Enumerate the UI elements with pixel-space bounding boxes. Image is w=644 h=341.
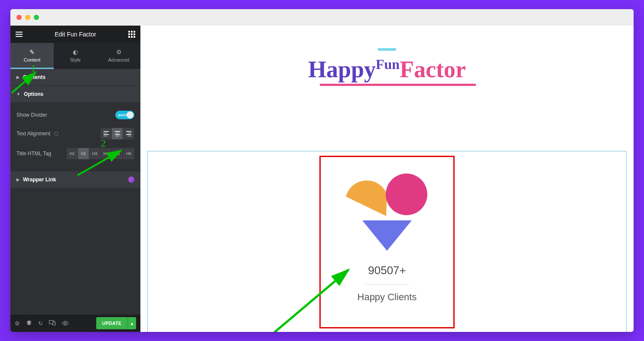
page-heading-wrap: HappyFunFactor xyxy=(147,56,627,86)
align-right-icon xyxy=(126,131,131,136)
update-button-label: UPDATE xyxy=(96,317,127,329)
widget-title: Happy Clients xyxy=(358,292,417,303)
heading-part2: Factor xyxy=(400,56,466,82)
settings-icon[interactable]: ⚙ xyxy=(15,320,20,327)
widget-number: 90507+ xyxy=(368,264,406,277)
tag-h2[interactable]: H2 xyxy=(78,148,89,159)
accordion-wrapper-link-label: Wrapper Link xyxy=(23,177,56,183)
tab-advanced-label: Advanced xyxy=(108,57,130,62)
tag-h4[interactable]: H4 xyxy=(101,148,112,159)
accordion-contents[interactable]: ▶ Contents xyxy=(10,69,140,86)
tab-style-label: Style xyxy=(70,57,81,62)
title-tag-group: H1 H2 H3 H4 H5 H6 xyxy=(67,148,134,159)
update-caret-icon[interactable]: ▲ xyxy=(127,317,136,329)
show-divider-row: Show Divider SHOW xyxy=(16,106,134,124)
heading-underline xyxy=(320,84,476,86)
responsive-mode-icon[interactable] xyxy=(49,320,56,327)
preview-icon[interactable] xyxy=(62,320,68,327)
svg-rect-1 xyxy=(53,322,55,325)
tag-h6[interactable]: H6 xyxy=(123,148,134,159)
annotation-number-2: 2 xyxy=(101,138,106,149)
tag-h3[interactable]: H3 xyxy=(89,148,101,159)
responsive-icon[interactable]: 🖵 xyxy=(54,131,59,136)
toggle-on-text: SHOW xyxy=(118,113,130,117)
editor-canvas[interactable]: HappyFunFactor 90507+ Happy Clients xyxy=(140,26,634,332)
accordion-options[interactable]: ▼ Options xyxy=(10,86,140,103)
show-divider-label: Show Divider xyxy=(16,112,47,118)
caret-right-icon: ▶ xyxy=(16,177,20,182)
accordion-contents-label: Contents xyxy=(23,74,46,80)
title-tag-label: Title HTML Tag xyxy=(16,151,51,157)
title-tag-row: Title HTML Tag H1 H2 H3 H4 H5 H6 xyxy=(16,144,134,164)
widget-divider xyxy=(365,284,409,285)
align-left-icon xyxy=(104,131,109,136)
align-center-icon xyxy=(115,131,120,136)
show-divider-toggle[interactable]: SHOW xyxy=(115,111,134,119)
panel-title: Edit Fun Factor xyxy=(55,31,96,38)
options-body: Show Divider SHOW Text Alignment 🖵 xyxy=(10,103,140,171)
pencil-icon: ✎ xyxy=(10,49,54,56)
close-window-icon[interactable] xyxy=(16,15,22,20)
minimize-window-icon[interactable] xyxy=(25,15,30,20)
brand-badge-icon xyxy=(128,177,134,183)
align-center-button[interactable] xyxy=(112,128,123,139)
decorative-accent xyxy=(378,48,396,51)
panel-scroll: ▶ Contents ▼ Options Show Divider SHOW xyxy=(10,69,140,315)
app-body: Edit Fun Factor ✎ Content ◐ Style ⚙ Adva… xyxy=(10,26,634,332)
widget-logo-icon xyxy=(344,173,430,255)
maximize-window-icon[interactable] xyxy=(34,15,39,20)
heading-part1: Happy xyxy=(308,56,376,82)
svg-point-2 xyxy=(65,322,66,324)
section-container[interactable]: 90507+ Happy Clients xyxy=(147,151,627,332)
widgets-grid-icon[interactable] xyxy=(128,31,135,38)
titlebar xyxy=(10,9,634,26)
page-heading: HappyFunFactor xyxy=(298,56,476,86)
fun-factor-widget[interactable]: 90507+ Happy Clients xyxy=(319,156,455,328)
contrast-icon: ◐ xyxy=(54,49,97,56)
editor-sidebar: Edit Fun Factor ✎ Content ◐ Style ⚙ Adva… xyxy=(10,26,140,332)
navigator-icon[interactable] xyxy=(26,320,32,327)
caret-down-icon: ▼ xyxy=(16,92,20,96)
text-alignment-label: Text Alignment xyxy=(16,131,50,137)
tab-style[interactable]: ◐ Style xyxy=(54,43,97,69)
annotation-number-1: 1 xyxy=(31,62,36,74)
gear-icon: ⚙ xyxy=(97,49,140,56)
caret-right-icon: ▶ xyxy=(16,75,20,79)
sidebar-header: Edit Fun Factor xyxy=(10,26,140,43)
menu-icon[interactable] xyxy=(16,32,23,37)
tag-h5[interactable]: H5 xyxy=(112,148,123,159)
mac-window: Edit Fun Factor ✎ Content ◐ Style ⚙ Adva… xyxy=(10,9,634,332)
editor-tabs: ✎ Content ◐ Style ⚙ Advanced xyxy=(10,43,140,69)
heading-sup: Fun xyxy=(376,56,400,72)
align-right-button[interactable] xyxy=(123,128,134,139)
tab-advanced[interactable]: ⚙ Advanced xyxy=(97,43,140,69)
text-alignment-row: Text Alignment 🖵 xyxy=(16,124,134,144)
tab-content-label: Content xyxy=(24,57,41,62)
tag-h1[interactable]: H1 xyxy=(67,148,78,159)
update-button[interactable]: UPDATE ▲ xyxy=(96,317,136,329)
accordion-options-label: Options xyxy=(24,91,43,97)
history-icon[interactable]: ↻ xyxy=(38,320,43,327)
sidebar-footer: ⚙ ↻ UPDATE ▲ xyxy=(10,315,140,332)
svg-point-3 xyxy=(386,174,427,215)
accordion-wrapper-link[interactable]: ▶ Wrapper Link xyxy=(10,171,140,188)
